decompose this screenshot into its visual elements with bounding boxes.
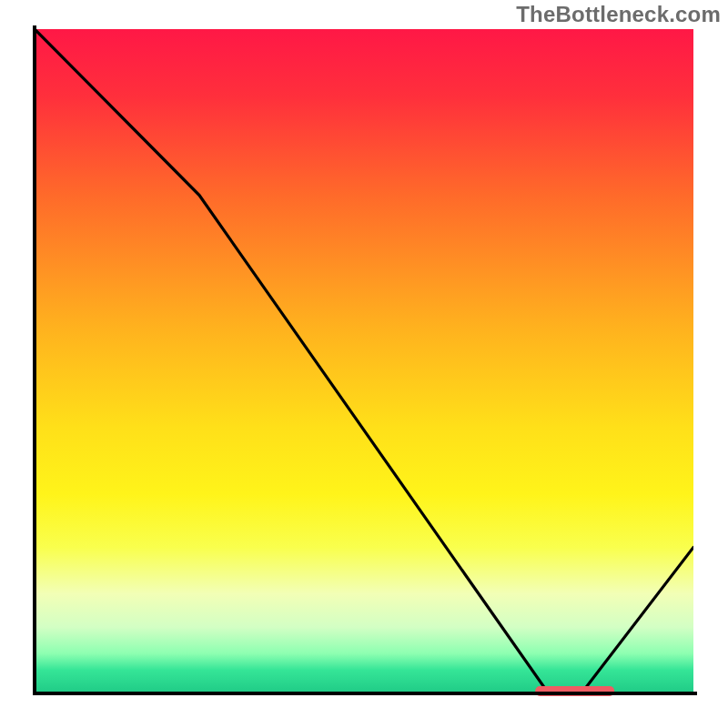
watermark-text: TheBottleneck.com xyxy=(516,2,721,27)
bottleneck-chart xyxy=(0,0,728,728)
chart-stage: TheBottleneck.com xyxy=(0,0,728,728)
